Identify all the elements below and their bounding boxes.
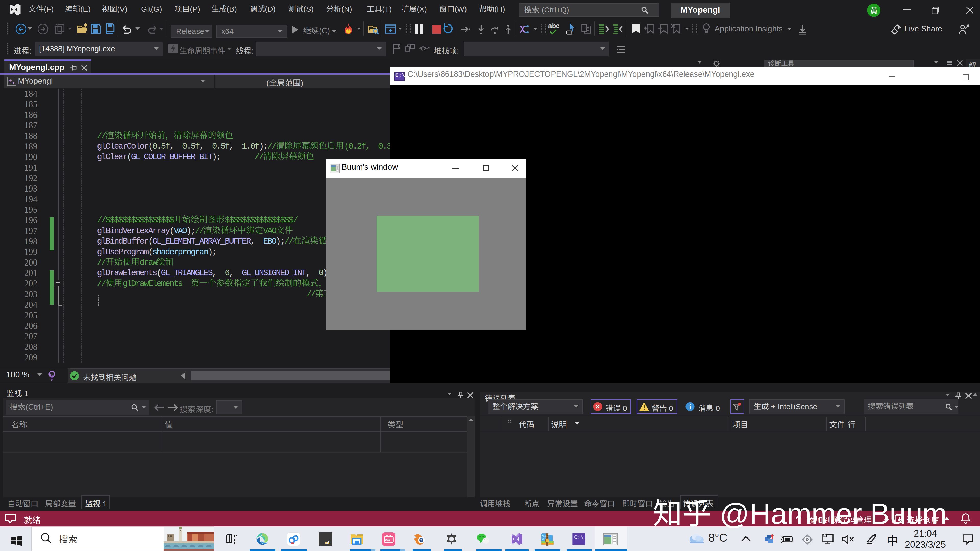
svg-text:bili: bili — [385, 538, 390, 542]
svg-text:ZIP: ZIP — [542, 537, 546, 540]
svg-text:360: 360 — [542, 535, 546, 537]
